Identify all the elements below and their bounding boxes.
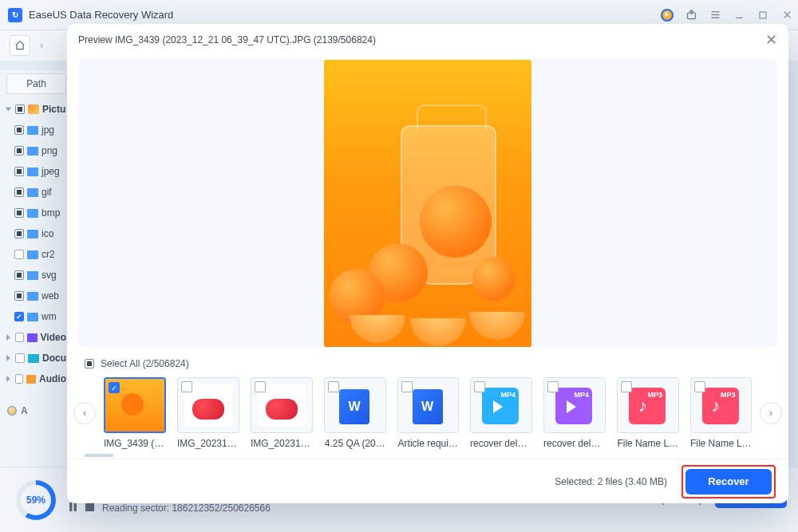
- thumb-label: recover dele…: [543, 438, 606, 449]
- tree-jpg[interactable]: jpg: [3, 120, 69, 140]
- thumb-label: IMG_3439 (2…: [104, 438, 166, 449]
- filmstrip-scrollbar[interactable]: [85, 454, 771, 459]
- tree-label: Docu: [42, 353, 66, 364]
- maximize-icon[interactable]: [757, 9, 769, 22]
- path-tab[interactable]: Path: [6, 73, 66, 94]
- tree-jpeg[interactable]: jpeg: [3, 161, 69, 182]
- checkbox-partial-icon[interactable]: [14, 270, 24, 280]
- thumb-5[interactable]: MP4recover dele…: [470, 377, 532, 449]
- checkbox-empty-icon[interactable]: [15, 333, 24, 342]
- folder-icon: [27, 126, 38, 135]
- strip-next-button[interactable]: ›: [760, 402, 782, 424]
- tree-png[interactable]: png: [3, 140, 69, 161]
- share-icon[interactable]: [685, 9, 697, 22]
- thumb-0[interactable]: ✓IMG_3439 (2…: [104, 377, 166, 449]
- modal-title: Preview IMG_3439 (2023_12_21 06_39_47 UT…: [78, 34, 376, 45]
- tree-documents[interactable]: Docu: [3, 348, 69, 368]
- select-all-row[interactable]: Select All (2/506824): [67, 353, 788, 374]
- scrollbar[interactable]: [789, 73, 796, 460]
- tree-label: cr2: [41, 249, 55, 260]
- preview-image[interactable]: [324, 60, 531, 347]
- tree-web[interactable]: web: [3, 286, 69, 306]
- folder-icon: [27, 209, 38, 218]
- mascot-icon: [7, 406, 17, 416]
- thumb-frame[interactable]: [251, 377, 313, 433]
- checkbox-partial-icon[interactable]: [14, 187, 24, 197]
- mascot-icon[interactable]: [661, 9, 674, 22]
- thumb-checkbox[interactable]: [181, 381, 192, 392]
- checkbox-partial-icon[interactable]: [85, 359, 94, 368]
- thumb-4[interactable]: WArticle requi…: [397, 377, 460, 449]
- stop-icon[interactable]: [85, 502, 94, 514]
- thumb-6[interactable]: MP4recover dele…: [543, 377, 606, 449]
- folder-icon: [27, 230, 38, 238]
- folder-icon: [27, 147, 38, 156]
- thumb-1[interactable]: IMG_202311…: [177, 377, 239, 449]
- thumb-checkbox[interactable]: [255, 381, 266, 392]
- svg-rect-5: [760, 12, 766, 18]
- close-icon[interactable]: [780, 9, 793, 22]
- tree-svg[interactable]: svg: [3, 265, 69, 286]
- thumb-frame[interactable]: MP3: [690, 377, 753, 433]
- tree-videos[interactable]: Video: [3, 327, 69, 348]
- tree-bmp[interactable]: bmp: [3, 203, 69, 223]
- folder-icon: [27, 292, 38, 301]
- thumb-checkbox[interactable]: [474, 381, 485, 392]
- checkbox-partial-icon[interactable]: [14, 229, 24, 238]
- sidebar: Path Pictu jpg png jpeg gif bmp ico cr2 …: [0, 70, 73, 467]
- progress-circle: 59%: [16, 480, 56, 520]
- thumb-checkbox[interactable]: [621, 381, 632, 392]
- ai-row[interactable]: A: [3, 400, 69, 421]
- checkbox-partial-icon[interactable]: [14, 291, 24, 301]
- thumb-frame[interactable]: ✓: [104, 377, 166, 433]
- pictures-icon: [28, 104, 39, 114]
- thumb-frame[interactable]: MP3: [617, 377, 679, 433]
- thumb-7[interactable]: MP3File Name L…: [617, 377, 679, 449]
- folder-icon: [27, 250, 38, 259]
- thumb-frame[interactable]: MP4: [470, 377, 532, 433]
- thumb-frame[interactable]: W: [397, 377, 460, 433]
- checkbox-empty-icon[interactable]: [15, 374, 23, 384]
- pause-icon[interactable]: [69, 502, 77, 514]
- checkbox-partial-icon[interactable]: [14, 146, 24, 156]
- tree-pictures[interactable]: Pictu: [3, 99, 69, 120]
- thumb-checkbox[interactable]: [547, 381, 559, 392]
- tree-ico[interactable]: ico: [3, 223, 69, 244]
- strip-prev-button[interactable]: ‹: [73, 402, 96, 424]
- tree-label: Video: [41, 332, 66, 343]
- svg-rect-12: [85, 502, 94, 511]
- thumb-frame[interactable]: W: [324, 377, 386, 433]
- tree-gif[interactable]: gif: [3, 182, 69, 203]
- tree-label: A: [21, 405, 28, 416]
- thumb-checkbox[interactable]: [328, 381, 339, 392]
- modal-close-icon[interactable]: ✕: [765, 31, 777, 49]
- thumb-3[interactable]: W4.25 QA (20…: [324, 377, 386, 449]
- tree-audio[interactable]: Audio: [3, 368, 69, 389]
- thumb-8[interactable]: MP3File Name L…: [690, 377, 753, 449]
- minimize-icon[interactable]: [733, 9, 745, 22]
- thumb-checkbox[interactable]: [694, 381, 705, 392]
- checkbox-partial-icon[interactable]: [14, 125, 24, 135]
- thumb-frame[interactable]: MP4: [543, 377, 606, 433]
- app-title: EaseUS Data Recovery Wizard: [29, 9, 661, 21]
- home-button[interactable]: [10, 35, 30, 56]
- checkbox-partial-icon[interactable]: [14, 167, 24, 176]
- select-all-label: Select All (2/506824): [101, 358, 189, 369]
- thumb-checkbox[interactable]: [401, 381, 413, 392]
- thumb-label: 4.25 QA (20…: [324, 438, 386, 449]
- tree-wm[interactable]: ✓wm: [3, 306, 69, 327]
- tree-cr2[interactable]: cr2: [3, 244, 69, 265]
- thumb-label: IMG_202311…: [177, 438, 239, 449]
- folder-icon: [27, 167, 38, 176]
- preview-modal: Preview IMG_3439 (2023_12_21 06_39_47 UT…: [67, 24, 788, 503]
- checkbox-empty-icon[interactable]: [14, 250, 24, 259]
- thumb-frame[interactable]: [177, 377, 239, 433]
- checkbox-partial-icon[interactable]: [14, 208, 24, 218]
- checkbox-empty-icon[interactable]: [15, 353, 25, 363]
- thumb-2[interactable]: IMG_202311…: [251, 377, 313, 449]
- recover-button[interactable]: Recover: [685, 469, 772, 495]
- checkbox-partial-icon[interactable]: [15, 104, 25, 114]
- menu-icon[interactable]: [709, 9, 721, 22]
- thumb-checkbox[interactable]: ✓: [109, 382, 120, 393]
- checkbox-checked-icon[interactable]: ✓: [14, 312, 24, 321]
